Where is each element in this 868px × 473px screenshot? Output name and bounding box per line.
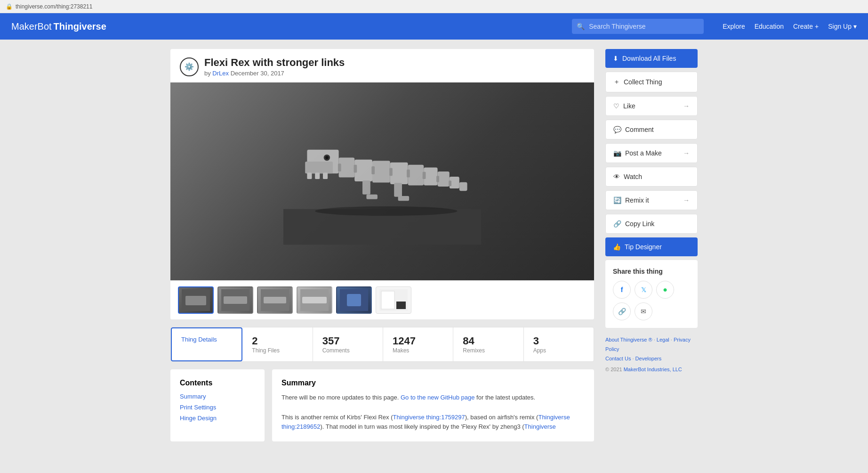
education-link[interactable]: Education	[755, 23, 784, 30]
svg-rect-9	[354, 160, 372, 181]
tab-remixes-label: Remixes	[463, 347, 514, 354]
svg-rect-17	[362, 180, 370, 194]
tab-thing-files-count: 2	[252, 335, 303, 347]
thumbnail-6[interactable]	[376, 286, 411, 314]
tip-designer-button[interactable]: 👍 Tip Designer	[605, 237, 698, 256]
developers-link[interactable]: Developers	[635, 356, 662, 361]
signup-link[interactable]: Sign Up ▾	[828, 23, 857, 30]
remix-button[interactable]: 🔄 Remix it →	[605, 190, 698, 210]
svg-rect-31	[185, 296, 206, 305]
contents-links: Summary Print Settings Hinge Design	[180, 393, 255, 422]
download-icon: ⬇	[613, 55, 619, 62]
main-image-placeholder	[170, 82, 594, 280]
contents-link-summary[interactable]: Summary	[180, 393, 255, 400]
lock-icon: 🔒	[6, 3, 13, 10]
tab-makes[interactable]: 1247 Makes	[383, 327, 453, 361]
footer-contact: Contact Us · Developers	[605, 354, 698, 364]
legal-link[interactable]: Legal	[657, 337, 669, 343]
svg-rect-20	[398, 196, 410, 201]
search-input[interactable]	[572, 19, 704, 34]
link-icon: 🔗	[613, 220, 621, 228]
tab-comments[interactable]: 357 Comments	[313, 327, 383, 361]
explore-link[interactable]: Explore	[723, 23, 745, 30]
svg-rect-16	[459, 182, 467, 191]
makerbot-link[interactable]: MakerBot Industries, LLC	[624, 367, 682, 372]
svg-rect-11	[390, 163, 408, 184]
tab-apps[interactable]: 3 Apps	[524, 327, 594, 361]
svg-rect-12	[408, 165, 424, 186]
post-make-button[interactable]: 📷 Post a Make →	[605, 143, 698, 163]
summary-notice: There will be no more updates to this pa…	[281, 393, 585, 403]
arrow-icon: →	[683, 102, 690, 110]
thumbnail-5[interactable]	[336, 286, 372, 314]
about-link[interactable]: About Thingiverse ®	[605, 337, 652, 343]
contact-link[interactable]: Contact Us	[605, 356, 631, 361]
thing-title: Flexi Rex with stronger links	[204, 57, 345, 69]
collect-thing-button[interactable]: ＋ Collect Thing	[605, 72, 698, 92]
share-twitter-button[interactable]: 𝕏	[635, 281, 652, 299]
tab-remixes[interactable]: 84 Remixes	[453, 327, 523, 361]
svg-point-4	[325, 156, 329, 159]
plus-icon: +	[815, 23, 819, 30]
share-title: Share this thing	[613, 268, 690, 275]
svg-rect-7	[323, 173, 328, 179]
author-link[interactable]: DrLex	[212, 70, 229, 77]
svg-rect-2	[305, 162, 333, 173]
svg-rect-22	[354, 165, 357, 173]
tab-thing-details[interactable]: Thing Details	[171, 327, 242, 361]
arrow-icon-make: →	[683, 149, 690, 157]
nav-links: Explore Education Create + Sign Up ▾	[723, 23, 857, 30]
tab-thing-files[interactable]: 2 Thing Files	[242, 327, 313, 361]
comment-icon: 💬	[613, 126, 621, 133]
summary-body: This is another remix of Kirbs' Flexi Re…	[281, 413, 585, 432]
tab-makes-count: 1247	[393, 335, 443, 347]
main-image	[170, 82, 594, 280]
thing-icon: ⚙️	[180, 57, 199, 76]
remix-icon: 🔄	[613, 196, 621, 204]
camera-icon: 📷	[613, 149, 621, 157]
logo-thingiverse: Thingiverse	[54, 21, 106, 32]
download-all-button[interactable]: ⬇ Download All Files	[605, 49, 698, 68]
watch-button[interactable]: 👁 Watch	[605, 167, 698, 187]
thumbnail-3[interactable]	[257, 286, 293, 314]
github-link[interactable]: Go to the new GitHub page	[401, 394, 475, 401]
thingiverse-link-3[interactable]: Thingiverse	[524, 423, 556, 430]
copy-link-button[interactable]: 🔗 Copy Link	[605, 214, 698, 234]
share-email-button[interactable]: ✉	[635, 302, 652, 320]
share-buttons: f 𝕏 ● 🔗 ✉	[613, 281, 690, 320]
stats-tabs: Thing Details 2 Thing Files 357 Comments…	[170, 327, 594, 362]
thumbnail-4[interactable]	[297, 286, 332, 314]
share-facebook-button[interactable]: f	[613, 281, 631, 299]
bottom-content: Contents Summary Print Settings Hinge De…	[170, 369, 594, 441]
plus-icon: ＋	[613, 78, 620, 86]
thumbnail-2[interactable]	[217, 286, 253, 314]
summary-title: Summary	[281, 379, 585, 387]
logo[interactable]: MakerBot Thingiverse	[11, 21, 106, 32]
create-link[interactable]: Create +	[793, 23, 819, 30]
contents-panel: Contents Summary Print Settings Hinge De…	[170, 369, 265, 441]
comment-button[interactable]: 💬 Comment	[605, 120, 698, 139]
heart-icon: ♡	[613, 102, 619, 110]
tab-thing-files-label: Thing Files	[252, 347, 303, 354]
tip-icon: 👍	[613, 243, 621, 251]
svg-rect-24	[389, 168, 393, 176]
email-icon: ✉	[641, 308, 646, 315]
svg-rect-41	[381, 291, 394, 309]
contents-link-print-settings[interactable]: Print Settings	[180, 404, 255, 411]
svg-rect-5	[307, 173, 312, 179]
footer-links: About Thingiverse ® · Legal · Privacy Po…	[605, 335, 698, 375]
svg-rect-23	[371, 166, 375, 174]
tab-thing-details-label: Thing Details	[181, 336, 232, 343]
tab-makes-label: Makes	[393, 347, 443, 354]
browser-bar: 🔒 thingiverse.com/thing:2738211	[0, 0, 868, 13]
arrow-icon-remix: →	[683, 196, 690, 204]
thing-meta: by DrLex December 30, 2017	[204, 70, 345, 77]
share-link-button[interactable]: 🔗	[613, 302, 631, 320]
like-button[interactable]: ♡ Like →	[605, 96, 698, 116]
svg-rect-26	[423, 172, 426, 179]
summary-text: There will be no more updates to this pa…	[281, 393, 585, 432]
thingiverse-link-1[interactable]: Thingiverse thing:1759297	[393, 414, 465, 421]
share-whatsapp-button[interactable]: ●	[656, 281, 674, 299]
contents-link-hinge-design[interactable]: Hinge Design	[180, 415, 255, 422]
thumbnail-1[interactable]	[178, 286, 214, 314]
